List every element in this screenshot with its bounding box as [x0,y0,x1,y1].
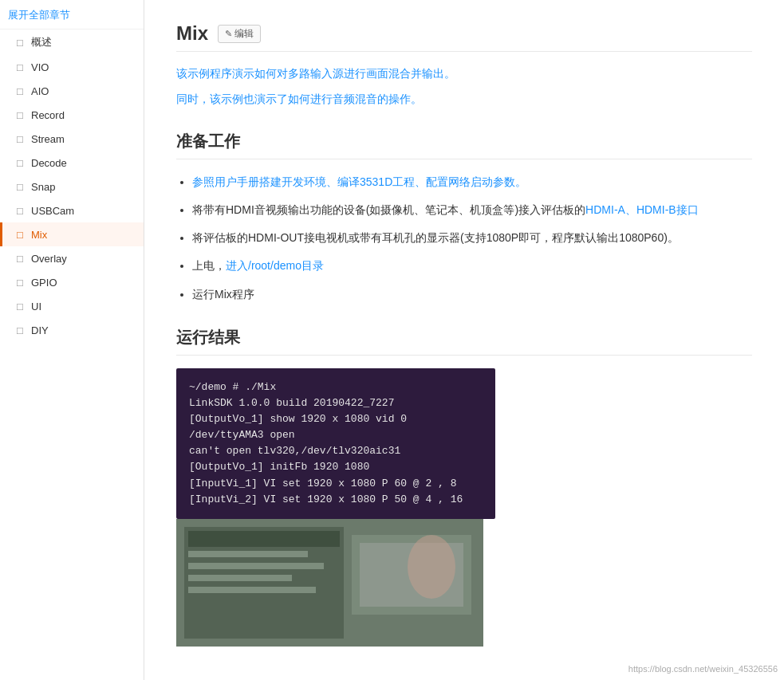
prepare-item-2: 将评估板的HDMI-OUT接电视机或带有耳机孔的显示器(支持1080P即可，程序… [192,228,752,248]
section-result-divider [176,355,752,356]
sidebar-label-overlay: Overlay [31,253,67,265]
intro-line-2: 同时，该示例也演示了如何进行音频混音的操作。 [176,90,752,108]
prepare-link-1[interactable]: 参照用户手册搭建开发环境、编译3531D工程、配置网络启动参数。 [192,175,526,188]
sidebar-label-usbcam: USBCam [31,205,74,217]
page-icon-overlay: □ [14,252,26,265]
page-icon-diy: □ [14,324,26,336]
sidebar-label-概述: 概述 [31,35,52,49]
prepare-item-4: 运行Mix程序 [192,285,752,305]
prepare-link-hdmia[interactable]: HDMI-A、 [585,203,636,216]
sidebar-item-gpio[interactable]: □GPIO [0,270,144,294]
page-icon-snap: □ [14,180,26,193]
sidebar-item-ui[interactable]: □UI [0,294,144,318]
sidebar-label-diy: DIY [31,324,49,336]
svg-rect-7 [188,587,316,593]
main-content: Mix ✎ 编辑 该示例程序演示如何对多路输入源进行画面混合并输出。 同时，该示… [144,0,784,680]
page-title: Mix [176,22,208,45]
section-prepare-divider [176,159,752,159]
page-icon-mix: □ [14,228,26,241]
prepare-item-0: 参照用户手册搭建开发环境、编译3531D工程、配置网络启动参数。 [192,172,752,192]
prepare-link-hdmib[interactable]: HDMI-B接口 [636,203,699,216]
title-divider [176,51,752,52]
terminal-line-6: [InputVi_1] VI set 1920 x 1080 P 60 @ 2 … [189,476,483,492]
section-result-title: 运行结果 [176,327,752,348]
page-icon-vio: □ [14,61,26,73]
terminal-line-0: ~/demo # ./Mix [189,379,483,395]
prepare-list: 参照用户手册搭建开发环境、编译3531D工程、配置网络启动参数。将带有HDMI音… [192,172,752,305]
sidebar-label-stream: Stream [31,133,65,145]
sidebar-label-ui: UI [31,301,41,312]
page-icon-stream: □ [14,132,26,145]
sidebar-item-vio[interactable]: □VIO [0,55,144,79]
watermark: https://blog.csdn.net/weixin_45326556 [628,664,778,674]
terminal-line-4: can't open tlv320,/dev/tlv320aic31 [189,443,483,459]
sidebar-label-aio: AIO [31,85,49,97]
sidebar-label-decode: Decode [31,157,67,169]
page-icon-aio: □ [14,85,26,97]
page-icon-record: □ [14,108,26,121]
title-row: Mix ✎ 编辑 [176,22,752,45]
page-icon-gpio: □ [14,276,26,289]
sidebar-item-mix[interactable]: □Mix [0,222,144,246]
terminal-line-5: [OutputVo_1] initFb 1920 1080 [189,459,483,475]
sidebar-item-record[interactable]: □Record [0,103,144,127]
edit-icon: ✎ [225,29,232,39]
sidebar-item-decode[interactable]: □Decode [0,151,144,175]
prepare-link-enter[interactable]: 进入/root/demo目录 [226,259,324,272]
svg-rect-5 [188,563,324,569]
terminal-block: ~/demo # ./MixLinkSDK 1.0.0 build 201904… [176,368,495,519]
svg-rect-4 [188,551,308,557]
sidebar-label-mix: Mix [31,229,47,241]
sidebar-label-record: Record [31,109,65,121]
prepare-item-3: 上电，进入/root/demo目录 [192,256,752,276]
sidebar-expand-header[interactable]: 展开全部章节 [0,3,144,29]
screenshot-svg [176,519,483,647]
sidebar-item-diy[interactable]: □DIY [0,318,144,342]
sidebar-item-overlay[interactable]: □Overlay [0,246,144,270]
sidebar-item-aio[interactable]: □AIO [0,79,144,103]
page-icon-decode: □ [14,156,26,169]
screenshot-inner [176,519,483,647]
sidebar-item-stream[interactable]: □Stream [0,127,144,151]
sidebar-label-vio: VIO [31,61,49,73]
edit-button[interactable]: ✎ 编辑 [218,25,261,43]
page-icon-概述: □ [14,36,26,49]
sidebar-item-snap[interactable]: □Snap [0,175,144,198]
page-icon-usbcam: □ [14,204,26,217]
svg-point-9 [408,535,455,599]
terminal-line-1: LinkSDK 1.0.0 build 20190422_7227 [189,395,483,411]
svg-rect-6 [188,575,292,581]
sidebar: 展开全部章节 □概述□VIO□AIO□Record□Stream□Decode□… [0,0,144,680]
terminal-line-7: [InputVi_2] VI set 1920 x 1080 P 50 @ 4 … [189,492,483,508]
sidebar-item-概述[interactable]: □概述 [0,29,144,55]
prepare-item-1: 将带有HDMI音视频输出功能的设备(如摄像机、笔记本、机顶盒等)接入评估板的HD… [192,200,752,220]
screenshot-image [176,519,483,647]
intro-line-1: 该示例程序演示如何对多路输入源进行画面混合并输出。 [176,65,752,82]
edit-label: 编辑 [234,27,254,41]
section-prepare-title: 准备工作 [176,131,752,152]
terminal-line-3: /dev/ttyAMA3 open [189,427,483,443]
sidebar-label-gpio: GPIO [31,277,57,289]
page-icon-ui: □ [14,300,26,312]
terminal-line-2: [OutputVo_1] show 1920 x 1080 vid 0 [189,411,483,427]
svg-rect-3 [188,531,340,547]
sidebar-label-snap: Snap [31,181,55,193]
sidebar-item-usbcam[interactable]: □USBCam [0,198,144,222]
